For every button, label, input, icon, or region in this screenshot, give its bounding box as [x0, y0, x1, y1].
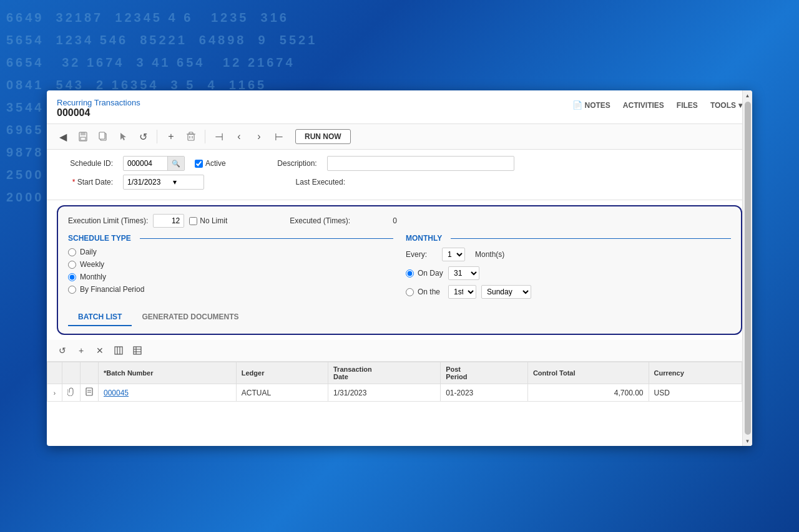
svg-rect-4 — [99, 132, 105, 139]
main-toolbar: ◀ ↺ + ⊣ ‹ › ⊢ RUN NOW — [47, 124, 752, 150]
col-expander — [47, 362, 62, 384]
back-button[interactable]: ◀ — [54, 128, 72, 145]
notes-icon: 📄 — [572, 100, 582, 110]
batch-link[interactable]: 000045 — [104, 389, 129, 397]
start-date-dropdown-icon: ▾ — [173, 178, 177, 186]
tab-batch-list[interactable]: BATCH LIST — [68, 309, 132, 326]
header-left: Recurring Transactions 000004 — [57, 98, 140, 118]
form-row-2: Start Date: 1/31/2023 ▾ Last Executed: — [57, 175, 742, 190]
save-button[interactable] — [74, 128, 92, 145]
last-button[interactable]: ⊢ — [270, 128, 288, 145]
activities-action[interactable]: ACTIVITIES — [623, 101, 664, 110]
on-day-radio[interactable]: On Day — [406, 269, 443, 278]
exec-limit-label: Execution Limit (Times): — [68, 216, 148, 225]
schedule-id-field[interactable]: 🔍 — [123, 156, 185, 171]
table-add-button[interactable]: + — [73, 342, 89, 359]
no-limit-label[interactable]: No Limit — [189, 216, 227, 225]
on-the-day-select[interactable]: Sunday Monday Friday — [481, 285, 531, 299]
breadcrumb[interactable]: Recurring Transactions — [57, 98, 140, 107]
schedule-id-input[interactable] — [124, 158, 167, 169]
tools-action[interactable]: TOOLS ▾ — [710, 101, 742, 110]
on-day-select[interactable]: 31 1 28 — [448, 266, 479, 280]
radio-financial[interactable]: By Financial Period — [68, 285, 393, 294]
scroll-thumb — [745, 102, 751, 435]
radio-daily[interactable]: Daily — [68, 248, 393, 256]
notes-action[interactable]: 📄 NOTES — [572, 100, 610, 110]
table-container: *Batch Number Ledger TransactionDate Pos… — [47, 362, 742, 402]
row-expander[interactable]: › — [47, 384, 62, 402]
description-input[interactable] — [327, 156, 514, 171]
prev-button[interactable]: ‹ — [230, 128, 248, 145]
undo-button[interactable]: ↺ — [134, 128, 152, 145]
monthly-section: MONTHLY Every: 1 2 3 Month(s) On Day — [393, 234, 731, 304]
batch-table: *Batch Number Ledger TransactionDate Pos… — [47, 362, 742, 402]
form-row-1: Schedule ID: 🔍 Active Description: — [57, 156, 742, 171]
svg-rect-10 — [115, 347, 122, 354]
toolbar-divider-1 — [157, 130, 157, 143]
radio-monthly[interactable]: Monthly — [68, 273, 393, 281]
row-batch-number[interactable]: 000045 — [99, 384, 237, 402]
active-checkbox-label[interactable]: Active — [195, 159, 226, 168]
exec-limit-input[interactable] — [153, 214, 184, 228]
files-action[interactable]: FILES — [677, 101, 698, 110]
svg-rect-1 — [81, 132, 86, 135]
row-ledger: ACTUAL — [236, 384, 328, 402]
monthly-header: MONTHLY — [406, 234, 731, 243]
main-panel: ▲ ▼ Recurring Transactions 000004 📄 NOTE… — [47, 90, 752, 446]
export-button[interactable] — [129, 342, 145, 359]
row-currency: USD — [649, 384, 742, 402]
scroll-down-btn[interactable]: ▼ — [743, 436, 753, 446]
next-button[interactable]: › — [250, 128, 268, 145]
col-control-total: Control Total — [527, 362, 649, 384]
radio-monthly-input[interactable] — [68, 273, 76, 281]
every-select[interactable]: 1 2 3 — [442, 248, 465, 261]
row-attach-icon — [62, 384, 81, 402]
delete-button[interactable] — [182, 128, 200, 145]
scroll-bar[interactable]: ▲ ▼ — [742, 90, 752, 446]
monthly-on-the-row: On the 1st 2nd Last Sunday Monday Friday — [406, 285, 731, 299]
start-date-label: Start Date: — [57, 178, 113, 186]
on-the-ordinal-select[interactable]: 1st 2nd Last — [448, 285, 476, 299]
cursor-button[interactable] — [114, 128, 132, 145]
table-delete-button[interactable]: ✕ — [92, 342, 108, 359]
run-now-button[interactable]: RUN NOW — [295, 129, 351, 144]
last-executed-label: Last Executed: — [289, 178, 345, 186]
start-date-select[interactable]: 1/31/2023 ▾ — [123, 175, 204, 190]
tab-generated-docs[interactable]: GENERATED DOCUMENTS — [132, 309, 248, 326]
schedule-type-options: Daily Weekly Monthly By Financial Period — [68, 248, 393, 294]
col-attach — [62, 362, 81, 384]
radio-financial-input[interactable] — [68, 286, 76, 294]
on-day-radio-input[interactable] — [406, 269, 414, 278]
monthly-every-row: Every: 1 2 3 Month(s) — [406, 248, 731, 261]
radio-weekly[interactable]: Weekly — [68, 260, 393, 269]
row-doc-icon — [81, 384, 99, 402]
col-doc — [81, 362, 99, 384]
col-post-period: PostPeriod — [441, 362, 528, 384]
executed-label: Executed (Times): — [290, 216, 350, 225]
copy-button[interactable] — [94, 128, 112, 145]
header-right: 📄 NOTES ACTIVITIES FILES TOOLS ▾ — [572, 98, 743, 110]
col-transaction-date: TransactionDate — [328, 362, 440, 384]
record-id: 000004 — [57, 107, 140, 118]
radio-daily-input[interactable] — [68, 248, 76, 256]
radio-weekly-input[interactable] — [68, 261, 76, 269]
row-post-period: 01-2023 — [441, 384, 528, 402]
on-the-radio[interactable]: On the — [406, 288, 443, 296]
row-control-total: 4,700.00 — [527, 384, 649, 402]
toolbar-divider-2 — [205, 130, 205, 143]
on-the-radio-input[interactable] — [406, 288, 414, 296]
sub-toolbar: ↺ + ✕ — [47, 340, 752, 362]
add-button[interactable]: + — [162, 128, 180, 145]
active-checkbox[interactable] — [195, 160, 203, 168]
svg-rect-2 — [81, 137, 86, 140]
scroll-up-btn[interactable]: ▲ — [743, 90, 753, 100]
fit-columns-button[interactable] — [110, 342, 127, 359]
refresh-button[interactable]: ↺ — [54, 342, 71, 359]
first-button[interactable]: ⊣ — [210, 128, 228, 145]
svg-rect-13 — [134, 347, 141, 354]
highlighted-section: Execution Limit (Times): No Limit Execut… — [57, 205, 742, 335]
schedule-id-search-btn[interactable]: 🔍 — [167, 157, 184, 170]
table-header-row: *Batch Number Ledger TransactionDate Pos… — [47, 362, 742, 384]
exec-limit-group: Execution Limit (Times): No Limit — [68, 214, 227, 228]
no-limit-checkbox[interactable] — [189, 217, 197, 225]
